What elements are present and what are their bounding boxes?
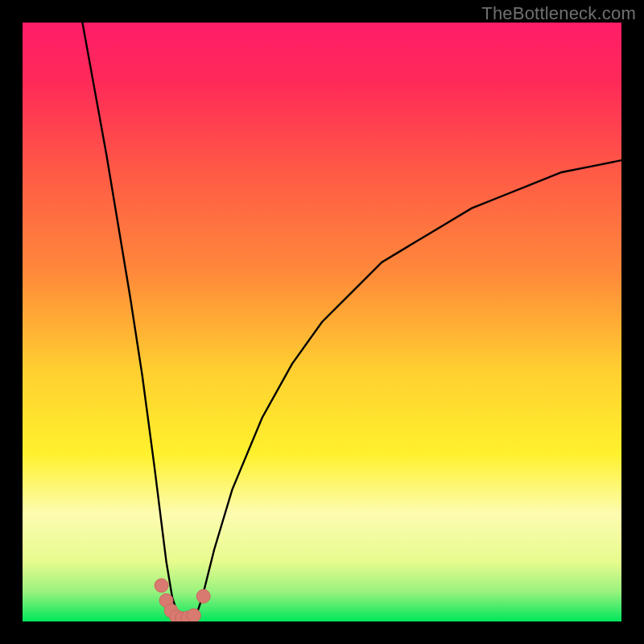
watermark-text: TheBottleneck.com [481, 3, 636, 24]
chart-svg [23, 23, 621, 621]
optimal-marker [196, 589, 210, 603]
optimal-marker [155, 579, 168, 592]
chart-frame [23, 23, 621, 621]
optimal-marker [187, 609, 200, 621]
